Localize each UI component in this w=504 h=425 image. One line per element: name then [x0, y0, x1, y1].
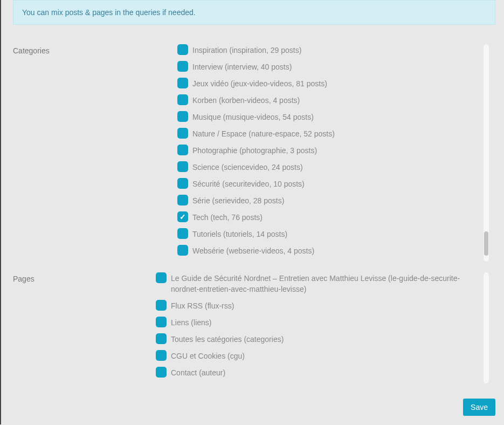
category-item-label: Musique (musique-videos, 54 posts)	[192, 111, 314, 122]
category-item-label: Sécurité (securitevideo, 10 posts)	[192, 178, 305, 189]
page-item-label: Le Guide de Sécurité Nordnet – Entretien…	[171, 272, 479, 294]
category-item: Nature / Espace (nature-espace, 52 posts…	[177, 128, 479, 139]
page-checkbox[interactable]	[156, 367, 167, 378]
category-item-label: Websérie (webserie-videos, 4 posts)	[192, 245, 314, 256]
categories-body: Inspiration (inspiration, 29 posts)Inter…	[156, 44, 495, 262]
pages-scrollbar-thumb[interactable]	[484, 272, 488, 383]
page-item: CGU et Cookies (cgu)	[156, 350, 479, 361]
category-checkbox[interactable]	[177, 128, 188, 139]
category-item-label: Korben (korben-videos, 4 posts)	[192, 94, 300, 106]
page-item: Liens (liens)	[156, 317, 479, 328]
pages-body: Le Guide de Sécurité Nordnet – Entretien…	[156, 272, 495, 383]
category-item: Série (serievideo, 28 posts)	[177, 195, 479, 206]
page-item-label: Contact (auteur)	[171, 367, 225, 378]
category-item: Tutoriels (tutoriels, 14 posts)	[177, 228, 479, 239]
category-checkbox[interactable]	[177, 195, 188, 205]
category-checkbox[interactable]	[177, 228, 188, 239]
page-item-label: Liens (liens)	[171, 317, 211, 328]
settings-panel: You can mix posts & pages in the queries…	[0, 0, 504, 424]
categories-section: Categories Inspiration (inspiration, 29 …	[13, 44, 495, 262]
page-checkbox[interactable]	[156, 333, 167, 344]
footer: Save	[13, 399, 495, 416]
category-item-label: Photographie (photographie, 3 posts)	[192, 145, 317, 156]
page-item: Contact (auteur)	[156, 367, 479, 378]
page-item-label: Flux RSS (flux-rss)	[171, 300, 234, 311]
category-item: Science (sciencevideo, 24 posts)	[177, 161, 479, 173]
category-item: Tech (tech, 76 posts)	[177, 211, 479, 223]
categories-label: Categories	[13, 44, 156, 262]
page-item: Toutes les catégories (categories)	[156, 333, 479, 345]
pages-label: Pages	[13, 272, 156, 383]
categories-scrollbar[interactable]	[484, 44, 489, 262]
category-checkbox[interactable]	[177, 161, 188, 172]
category-item-label: Tech (tech, 76 posts)	[192, 211, 263, 223]
page-item-label: CGU et Cookies (cgu)	[171, 350, 245, 361]
category-item: Websérie (webserie-videos, 4 posts)	[177, 245, 479, 256]
category-item: Musique (musique-videos, 54 posts)	[177, 111, 479, 122]
category-item: Interview (interview, 40 posts)	[177, 61, 479, 72]
category-checkbox[interactable]	[177, 178, 188, 189]
category-checkbox[interactable]	[177, 145, 188, 155]
page-checkbox[interactable]	[156, 350, 167, 361]
category-checkbox[interactable]	[177, 61, 188, 72]
category-item: Inspiration (inspiration, 29 posts)	[177, 44, 479, 56]
category-item-label: Interview (interview, 40 posts)	[192, 61, 292, 72]
category-item-label: Série (serievideo, 28 posts)	[192, 195, 284, 206]
category-item: Korben (korben-videos, 4 posts)	[177, 94, 479, 106]
page-item: Le Guide de Sécurité Nordnet – Entretien…	[156, 272, 479, 294]
page-checkbox[interactable]	[156, 300, 167, 311]
pages-section: Pages Le Guide de Sécurité Nordnet – Ent…	[13, 272, 495, 383]
category-checkbox[interactable]	[177, 78, 188, 88]
category-item: Photographie (photographie, 3 posts)	[177, 145, 479, 156]
page-checkbox[interactable]	[156, 272, 167, 283]
categories-scrollbar-thumb[interactable]	[484, 231, 488, 256]
category-item-label: Nature / Espace (nature-espace, 52 posts…	[192, 128, 335, 139]
category-item-label: Jeux vidéo (jeux-video-videos, 81 posts)	[192, 78, 327, 89]
info-banner: You can mix posts & pages in the queries…	[13, 0, 495, 25]
save-button[interactable]: Save	[463, 399, 495, 416]
category-checkbox[interactable]	[177, 44, 188, 55]
info-message: You can mix posts & pages in the queries…	[22, 8, 196, 17]
category-checkbox[interactable]	[177, 245, 188, 256]
page-item: Flux RSS (flux-rss)	[156, 300, 479, 311]
category-checkbox[interactable]	[177, 111, 188, 122]
category-item-label: Science (sciencevideo, 24 posts)	[192, 161, 303, 173]
category-item: Sécurité (securitevideo, 10 posts)	[177, 178, 479, 189]
category-item-label: Inspiration (inspiration, 29 posts)	[192, 44, 301, 56]
category-checkbox[interactable]	[177, 94, 188, 105]
category-item-label: Tutoriels (tutoriels, 14 posts)	[192, 228, 287, 239]
page-checkbox[interactable]	[156, 317, 167, 327]
category-checkbox[interactable]	[177, 211, 188, 222]
category-item: Jeux vidéo (jeux-video-videos, 81 posts)	[177, 78, 479, 89]
page-item-label: Toutes les catégories (categories)	[171, 333, 284, 345]
pages-scrollbar[interactable]	[484, 272, 489, 383]
